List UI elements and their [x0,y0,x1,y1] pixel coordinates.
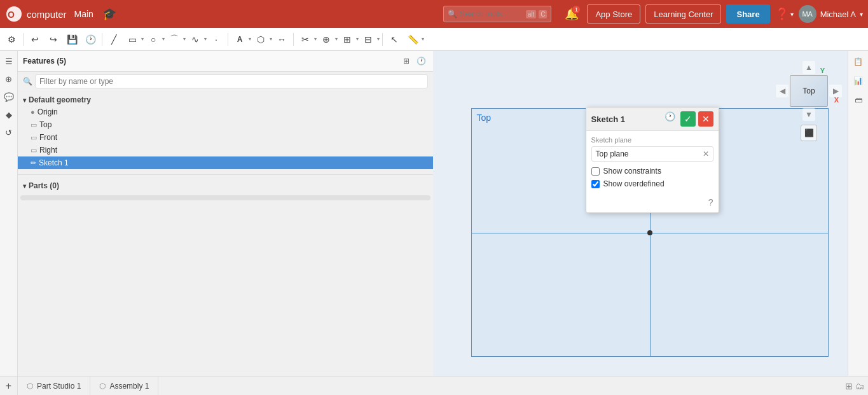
main-area: ☰ ⊕ 💬 ◆ ↺ Features (5) ⊞ 🕐 🔍 ▾ Default [0,51,868,376]
bottom-icon-2[interactable]: 🗂 [855,381,864,391]
canvas[interactable]: Top ↖ ▲ ◀ Y Top [433,51,848,376]
group-label: Default geometry [29,95,91,104]
dimension-tool[interactable]: ↔ [273,31,291,48]
right-side-icons: 📋 📊 🗃 [848,51,868,376]
parts-group-header[interactable]: ▾ Parts (0) [18,180,433,191]
view-cube-right-arrow[interactable]: ▶ [829,85,842,97]
learning-center-button[interactable]: Learning Center [645,4,721,24]
search-tools-box: 🔍 alt C [443,6,552,22]
rectangle-tool[interactable]: ▭ [123,31,141,48]
tree-item-sketch1[interactable]: ✏ Sketch 1 [18,156,433,169]
circle-tool[interactable]: ○ [144,31,162,48]
transform-tool[interactable]: ⊕ [317,31,335,48]
select-tool[interactable]: ↖ [385,31,403,48]
versions-icon[interactable]: ⊕ [1,71,17,87]
view-cube-face-label: Top [803,87,815,95]
bottom-icon-1[interactable]: ⊞ [845,381,853,391]
text-tool-arrow[interactable]: ▾ [249,36,251,42]
sketch-popup-footer: ? [586,197,719,212]
sketch-popup-header: Sketch 1 🕐 ✓ ✕ [586,107,719,131]
show-overdefined-checkbox[interactable] [591,180,600,188]
show-constraints-checkbox[interactable] [591,167,600,176]
history-button[interactable]: 🕐 [81,31,99,48]
sketch-clock-btn[interactable]: 🕐 [665,111,675,127]
circle-tool-arrow[interactable]: ▾ [162,36,165,42]
add-tab-button[interactable]: + [0,377,18,395]
undo-history-icon[interactable]: ↺ [1,125,17,140]
trim-tool-arrow[interactable]: ▾ [314,36,317,42]
measure-tool-arrow[interactable]: ▾ [422,36,424,42]
measure-tool[interactable]: 📏 [404,31,422,48]
tree-item-front[interactable]: ▭ Front [18,131,433,144]
arc-tool-arrow[interactable]: ▾ [183,36,186,42]
sketch-popup-title: Sketch 1 [591,114,625,124]
shape-tool[interactable]: ⬡ [252,31,270,48]
panel-icon-2[interactable]: 🕐 [415,55,428,67]
redo-button[interactable]: ↪ [45,31,62,48]
pattern-tool-group: ⊞ ▾ [338,31,359,48]
user-menu[interactable]: MA Michael A ▾ [799,5,863,23]
save-button[interactable]: 💾 [63,31,81,48]
right-icon-archive[interactable]: 🗃 [850,92,867,108]
trim-tool[interactable]: ✂ [296,31,314,48]
tree-item-origin-label: Origin [38,107,58,116]
undo-button[interactable]: ↩ [26,31,44,48]
mirror-tool-arrow[interactable]: ▾ [377,36,380,42]
pattern-tool-arrow[interactable]: ▾ [356,36,359,42]
view-cube-up-arrow[interactable]: ▲ [803,61,815,74]
app-store-button[interactable]: App Store [587,4,640,24]
tab-assembly[interactable]: ⬡ Assembly 1 [90,377,158,395]
panel-icon-1[interactable]: ⊞ [400,55,413,67]
line-tool[interactable]: ╱ [105,31,123,48]
right-icon-chart[interactable]: 📊 [850,73,867,89]
tree-item-top-label: Top [39,120,52,129]
settings-button[interactable]: ⚙ [3,31,20,48]
share-button[interactable]: Share [726,4,769,24]
sketch-plane-clear-icon[interactable]: ✕ [703,149,709,158]
properties-icon[interactable]: ☰ [1,53,17,69]
help-icon: ❓ [775,7,789,21]
feature-panel: Features (5) ⊞ 🕐 🔍 ▾ Default geometry ● … [18,51,433,376]
shape-tool-arrow[interactable]: ▾ [270,36,272,42]
tree-item-right[interactable]: ▭ Right [18,144,433,156]
spline-tool-arrow[interactable]: ▾ [204,36,207,42]
filter-box: 🔍 [18,72,433,92]
logo[interactable]: O computer [5,5,67,23]
tab-part-studio[interactable]: ⬡ Part Studio 1 [18,377,90,395]
rectangle-tool-arrow[interactable]: ▾ [141,36,144,42]
sketch-cancel-button[interactable]: ✕ [698,111,713,127]
comments-icon[interactable]: 💬 [1,89,17,104]
tree-item-top[interactable]: ▭ Top [18,118,433,131]
view-cube-left-arrow[interactable]: ◀ [776,85,789,97]
search-tools-input[interactable] [460,10,523,18]
sketch-ok-button[interactable]: ✓ [680,111,696,127]
right-icon-clipboard[interactable]: 📋 [850,53,867,70]
parts-section: ▾ Parts (0) [18,177,433,194]
spline-tool[interactable]: ∿ [186,31,204,48]
arc-tool[interactable]: ⌒ [165,31,183,48]
appearances-icon[interactable]: ◆ [1,107,17,122]
topbar: O computer Main 🎓 🔍 alt C 🔔 1 App Store … [0,0,868,28]
show-constraints-label: Show constraints [603,167,661,176]
transform-tool-arrow[interactable]: ▾ [335,36,338,42]
help-button[interactable]: ❓ ▾ [775,7,794,21]
show-constraints-row: Show constraints [591,167,713,176]
parts-label: Parts (0) [29,181,59,190]
text-tool[interactable]: A [231,31,249,48]
show-overdefined-row: Show overdefined [591,179,713,188]
point-tool[interactable]: · [207,31,225,48]
tree-item-origin[interactable]: ● Origin [18,106,433,118]
app-name: computer [27,9,67,20]
view-cube-face[interactable]: Y Top X [790,75,828,107]
panel-title: Features (5) [23,57,66,66]
notifications-button[interactable]: 🔔 1 [561,4,582,24]
default-geometry-group[interactable]: ▾ Default geometry [18,94,433,106]
transform-tool-group: ⊕ ▾ [317,31,338,48]
filter-input[interactable] [35,74,428,88]
sketch-popup-body: Sketch plane Top plane ✕ Show constraint… [586,131,719,197]
view-cube-down-arrow[interactable]: ▼ [803,108,815,121]
sketch-help-icon[interactable]: ? [708,197,713,207]
pattern-tool[interactable]: ⊞ [338,31,356,48]
mirror-tool[interactable]: ⊟ [359,31,377,48]
view-cube-3d-icon[interactable]: ⬛ [801,125,817,141]
